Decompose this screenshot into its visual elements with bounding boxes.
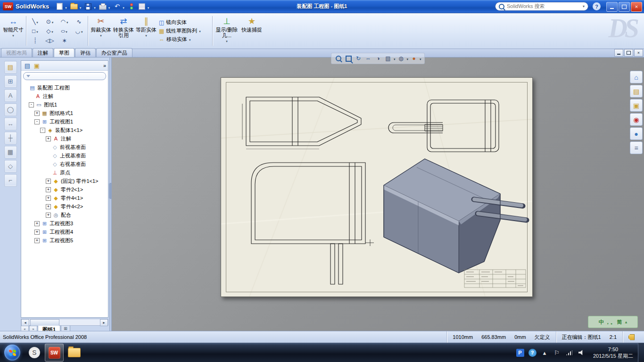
solidworks-taskbar-button[interactable]: SW <box>45 344 64 362</box>
top-view[interactable] <box>242 97 361 149</box>
expand-icon[interactable]: + <box>46 196 51 201</box>
tree-item[interactable]: ◇上视基准面 <box>21 151 108 160</box>
expand-icon[interactable]: + <box>34 230 40 235</box>
dropdown-arrow-icon[interactable]: ▾ <box>36 21 38 25</box>
title-block[interactable] <box>464 270 526 288</box>
side-view[interactable] <box>388 100 499 152</box>
line-icon[interactable]: ╲▾ <box>28 17 42 26</box>
tree-item[interactable]: +◆(固定) 零件1<1> <box>21 177 108 185</box>
note-icon[interactable]: A <box>5 90 17 101</box>
tree-item[interactable]: +A注解 <box>21 134 108 143</box>
expand-icon[interactable]: + <box>34 221 40 226</box>
appearances-icon[interactable]: ● <box>630 127 643 140</box>
explorer-button[interactable] <box>65 344 83 362</box>
hidden-icons-arrow-icon[interactable]: ▴ <box>540 348 549 357</box>
tree-item[interactable]: +⊞工程视图5 <box>21 236 108 245</box>
dropdown-arrow-icon[interactable]: ▾ <box>94 6 96 10</box>
block-icon[interactable]: ◇ <box>5 160 17 172</box>
spline-icon[interactable]: ∿ <box>72 17 86 26</box>
dropdown-arrow-icon[interactable]: ▾ <box>80 6 82 10</box>
scroll-right-icon[interactable]: ► <box>100 319 108 326</box>
dropdown-arrow-icon[interactable]: ▾ <box>108 6 110 10</box>
collapse-icon[interactable]: - <box>34 119 40 124</box>
solidworks-resources-icon[interactable]: ⌂ <box>630 71 643 83</box>
drawing-sheet[interactable] <box>221 77 533 297</box>
dropdown-arrow-icon[interactable]: ▾ <box>148 6 149 10</box>
expand-icon[interactable]: + <box>46 187 51 192</box>
expand-icon[interactable]: + <box>46 213 51 218</box>
dropdown-arrow-icon[interactable]: ▾ <box>226 39 228 44</box>
doc-minimize-button[interactable] <box>614 49 623 57</box>
volume-icon[interactable] <box>577 348 586 357</box>
help-center-icon[interactable]: ? <box>528 348 537 357</box>
print-icon[interactable] <box>98 2 107 11</box>
tree-item[interactable]: -⊞工程视图1 <box>21 117 108 126</box>
pinyin-indicator-icon[interactable]: P <box>516 348 524 357</box>
hide-show-items-icon[interactable]: ◍ <box>397 54 405 63</box>
custom-properties-icon[interactable]: ≡ <box>630 141 643 154</box>
circle-icon[interactable]: ⊙▾ <box>42 17 57 26</box>
dropdown-arrow-icon[interactable]: ▾ <box>407 58 409 61</box>
panel-chevron-icon[interactable]: » <box>103 63 106 68</box>
linear-pattern-button[interactable]: ▦ 线性草图阵列 ▾ <box>159 27 211 34</box>
featuremanager-tab-icon[interactable]: ▤ <box>23 62 32 70</box>
section-view-icon[interactable]: ◑ <box>374 54 382 63</box>
balloon-icon[interactable]: ◯ <box>5 104 17 115</box>
sketch-fillet-icon[interactable]: ◡▾ <box>72 26 86 35</box>
tree-item[interactable]: ◇右视基准面 <box>21 160 108 168</box>
centerline-icon[interactable]: ┊ <box>28 36 42 45</box>
propertymanager-tab-icon[interactable]: ▣ <box>33 62 41 70</box>
action-center-flag-icon[interactable]: ⚐ <box>553 348 561 357</box>
front-view[interactable] <box>251 163 374 284</box>
tab-annotation[interactable]: 注解 <box>33 48 53 57</box>
tab-office[interactable]: 办公室产品 <box>96 48 132 57</box>
weld-symbol-icon[interactable]: ⌐ <box>5 174 17 186</box>
new-document-icon[interactable] <box>55 2 64 11</box>
taskbar-clock[interactable]: 7:50 2012/5/15 星期二 <box>588 346 638 359</box>
offset-entities-button[interactable]: ∥ 等距实体 ▾ <box>135 14 157 48</box>
ime-status-text[interactable]: 中 ，。 简 <box>599 319 622 326</box>
show-desktop-button[interactable] <box>638 343 644 362</box>
rebuild-icon[interactable] <box>127 2 136 11</box>
minimize-button[interactable] <box>606 2 618 12</box>
tree-item[interactable]: A注解 <box>21 92 108 100</box>
ime-toolbar[interactable]: 中 ，。 简 ▴ <box>588 316 638 328</box>
dropdown-arrow-icon[interactable]: ▾ <box>51 30 53 34</box>
expand-icon[interactable]: + <box>34 238 40 243</box>
isometric-view[interactable] <box>384 159 527 273</box>
tree-item[interactable]: +◆零件4<1> <box>21 194 108 202</box>
model-items-icon[interactable]: ⊞ <box>5 75 17 87</box>
doc-close-button[interactable]: × <box>634 49 643 57</box>
panel-horizontal-scrollbar[interactable]: ◄ ► <box>21 319 108 326</box>
tab-view-layout[interactable]: 视图布局 <box>1 48 32 57</box>
arc-icon[interactable]: ◠▾ <box>57 17 72 26</box>
dropdown-arrow-icon[interactable]: ▾ <box>12 33 14 39</box>
tree-item[interactable]: +◎配合 <box>21 211 108 219</box>
tab-sketch[interactable]: 草图 <box>54 48 74 57</box>
sheet-properties-icon[interactable]: ▤ <box>5 61 17 73</box>
file-explorer-icon[interactable]: ▣ <box>630 99 643 112</box>
rotate-view-icon[interactable]: ↻ <box>354 54 363 63</box>
network-icon[interactable] <box>565 348 573 357</box>
dropdown-arrow-icon[interactable]: ▾ <box>420 58 421 61</box>
view-palette-icon[interactable]: ◉ <box>630 113 643 126</box>
start-button[interactable] <box>4 345 20 361</box>
dropdown-arrow-icon[interactable]: ▾ <box>189 38 191 42</box>
centerline-tool-icon[interactable]: ┼ <box>5 132 17 144</box>
appearance-icon[interactable]: ● <box>410 54 418 63</box>
close-button[interactable]: × <box>631 2 642 12</box>
tree-item[interactable]: +⊞工程视图4 <box>21 228 108 236</box>
dropdown-arrow-icon[interactable]: ▾ <box>123 6 124 10</box>
quick-snaps-button[interactable]: ★ 快速捕捉 <box>239 14 264 48</box>
expand-icon[interactable]: + <box>34 111 40 116</box>
tree-item[interactable]: ◇前视基准面 <box>21 143 108 151</box>
tree-item[interactable]: ▤装配图 工程图 <box>21 83 108 92</box>
convert-entities-button[interactable]: ⇄ 转换实体引用 <box>112 14 135 48</box>
dropdown-arrow-icon[interactable]: ▾ <box>66 30 67 34</box>
tree-item[interactable]: +◆零件2<1> <box>21 185 108 194</box>
doc-restore-button[interactable] <box>624 49 633 57</box>
zoom-area-icon[interactable] <box>344 54 353 63</box>
maximize-button[interactable] <box>619 2 630 12</box>
trim-entities-button[interactable]: ✂ 剪裁实体 ▾ <box>90 14 112 48</box>
tree-item[interactable]: +▦图纸格式1 <box>21 109 108 117</box>
